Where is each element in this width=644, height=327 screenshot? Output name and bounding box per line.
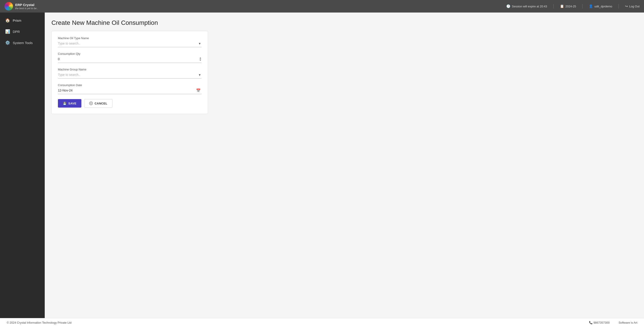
logo-icon <box>4 2 13 10</box>
sidebar-item-system-tools[interactable]: ⚙️ System Tools <box>0 37 45 48</box>
cancel-label: CANCEL <box>94 102 107 105</box>
clock-icon: 🕐 <box>506 4 510 8</box>
save-icon: 💾 <box>63 102 67 105</box>
consumption-date-label: Consumption Date <box>58 84 202 87</box>
logout-icon: ↪ <box>625 4 628 8</box>
sidebar-item-dpr[interactable]: 📊 DPR <box>0 26 45 37</box>
machine-group-dropdown-icon[interactable]: ▾ <box>198 73 202 77</box>
logout-item[interactable]: ↪ Log Out <box>625 4 640 8</box>
user-info: 👤 udit_dprdemo <box>589 4 612 8</box>
chart-icon: 📊 <box>5 29 10 34</box>
footer-right: 📞 9867357300 Software is Art <box>589 321 637 324</box>
save-label: SAVE <box>68 102 76 105</box>
session-info: 🕐 Session will expire at 20:43 <box>506 4 547 8</box>
topbar-logo: ERP Crystal the best is yet to be.. <box>4 2 38 10</box>
layout: 🏠 Prism 📊 DPR ⚙️ System Tools Create New… <box>0 12 644 318</box>
machine-group-wrapper: Type to search.. ▾ <box>58 72 202 78</box>
save-button[interactable]: 💾 SAVE <box>58 99 82 108</box>
consumption-qty-wrapper: 0 ▲ ▼ <box>58 56 202 63</box>
consumption-qty-group: Consumption Qty 0 ▲ ▼ <box>58 52 202 63</box>
separator-2 <box>582 4 582 8</box>
year-label: 2024-25 <box>566 5 576 8</box>
sidebar-label-prism: Prism <box>13 18 21 22</box>
session-label: Session will expire at 20:43 <box>512 5 547 8</box>
sidebar-label-dpr: DPR <box>13 30 20 34</box>
topbar-items: 🕐 Session will expire at 20:43 📋 2024-25… <box>506 4 640 8</box>
machine-group-label: Machine Group Name <box>58 68 202 71</box>
cancel-button[interactable]: ✕ CANCEL <box>84 99 112 108</box>
footer-phone-number: 9867357300 <box>594 321 610 324</box>
form-card: Machine Oil Type Name Type to search.. ▾… <box>52 31 208 114</box>
footer-phone: 📞 9867357300 <box>589 321 610 324</box>
footer-copyright: © 2024 Crystal Information Technology Pr… <box>7 321 72 324</box>
topbar: ERP Crystal the best is yet to be.. 🕐 Se… <box>0 0 644 12</box>
oil-type-wrapper: Type to search.. ▾ <box>58 41 202 47</box>
sidebar: 🏠 Prism 📊 DPR ⚙️ System Tools <box>0 12 45 318</box>
page-title: Create New Machine Oil Consumption <box>52 19 637 26</box>
footer: © 2024 Crystal Information Technology Pr… <box>0 318 644 327</box>
footer-tagline: Software is Art <box>618 321 637 324</box>
oil-type-input[interactable]: Type to search.. <box>58 41 198 46</box>
oil-type-dropdown-icon[interactable]: ▾ <box>198 42 202 46</box>
consumption-date-value[interactable]: 12-Nov-24 <box>58 88 195 93</box>
oil-type-label: Machine Oil Type Name <box>58 36 202 40</box>
machine-group-group: Machine Group Name Type to search.. ▾ <box>58 68 202 78</box>
logo-text: ERP Crystal the best is yet to be.. <box>15 3 38 10</box>
separator-1 <box>554 4 554 8</box>
consumption-date-group: Consumption Date 12-Nov-24 📅 <box>58 84 202 94</box>
main-content: Create New Machine Oil Consumption Machi… <box>45 12 644 318</box>
sidebar-label-system-tools: System Tools <box>13 41 33 45</box>
phone-icon: 📞 <box>589 321 592 324</box>
user-label: udit_dprdemo <box>594 5 612 8</box>
gear-icon: ⚙️ <box>5 40 10 45</box>
user-icon: 👤 <box>589 4 593 8</box>
consumption-qty-value[interactable]: 0 <box>58 56 199 62</box>
logout-label: Log Out <box>629 5 640 8</box>
consumption-date-wrapper: 12-Nov-24 📅 <box>58 88 202 94</box>
separator-3 <box>618 4 619 8</box>
machine-group-input[interactable]: Type to search.. <box>58 72 198 78</box>
year-info: 📋 2024-25 <box>560 4 576 8</box>
sidebar-item-prism[interactable]: 🏠 Prism <box>0 15 45 26</box>
cancel-icon: ✕ <box>89 102 93 105</box>
logo-name: ERP Crystal <box>15 3 38 7</box>
spinner-down-icon[interactable]: ▼ <box>199 59 202 61</box>
consumption-qty-label: Consumption Qty <box>58 52 202 56</box>
home-icon: 🏠 <box>5 18 10 23</box>
oil-type-group: Machine Oil Type Name Type to search.. ▾ <box>58 36 202 47</box>
logo-tagline: the best is yet to be.. <box>15 7 38 10</box>
consumption-qty-spinner[interactable]: ▲ ▼ <box>199 57 202 61</box>
button-row: 💾 SAVE ✕ CANCEL <box>58 99 202 108</box>
calendar-icon: 📋 <box>560 4 564 8</box>
calendar-picker-icon[interactable]: 📅 <box>195 88 202 92</box>
